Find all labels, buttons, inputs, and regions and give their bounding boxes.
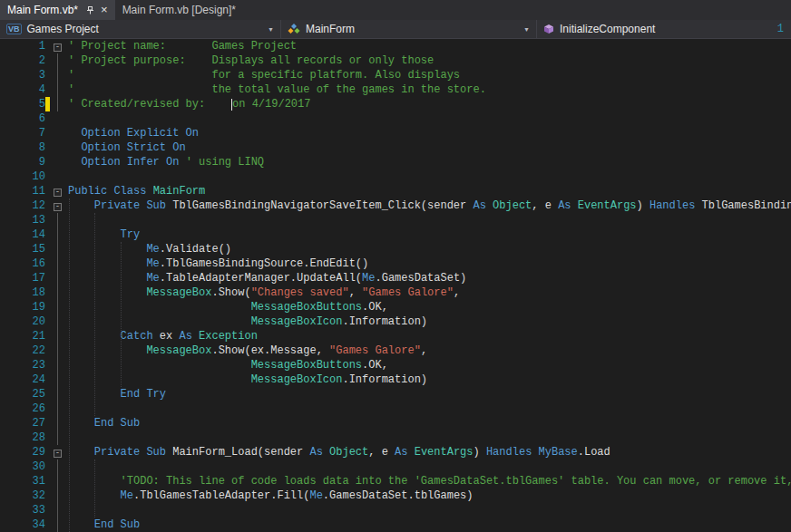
line-number[interactable]: 30 <box>0 459 45 474</box>
line-number[interactable]: 31 <box>0 474 45 488</box>
line-number[interactable]: 13 <box>0 213 45 227</box>
line-number[interactable]: 20 <box>0 314 45 329</box>
code-line[interactable]: 3' for a specific platform. Also display… <box>0 68 791 82</box>
outline-margin <box>50 488 68 503</box>
line-number[interactable]: 10 <box>0 169 45 184</box>
outline-margin <box>50 474 68 488</box>
line-number[interactable]: 4 <box>0 82 45 97</box>
code-line[interactable]: 21 Catch ex As Exception <box>0 329 791 343</box>
outline-margin <box>50 111 68 126</box>
code-line[interactable]: 30 <box>0 459 791 474</box>
code-line[interactable]: 33 <box>0 503 791 517</box>
line-number[interactable]: 24 <box>0 372 45 387</box>
class-dropdown[interactable]: MainForm ▼ <box>281 20 537 38</box>
line-number[interactable]: 21 <box>0 329 45 343</box>
method-dropdown[interactable]: InitializeComponent <box>537 20 791 38</box>
code-line[interactable]: 23 MessageBoxButtons.OK, <box>0 358 791 372</box>
line-number[interactable]: 25 <box>0 387 45 401</box>
line-number[interactable]: 22 <box>0 343 45 358</box>
chevron-down-icon: ▼ <box>516 26 530 33</box>
code-line[interactable]: 20 MessageBoxIcon.Information) <box>0 314 791 329</box>
code-text: Me.Validate() <box>68 242 791 256</box>
code-line[interactable]: 2' Project purpose: Displays all records… <box>0 53 791 68</box>
collapse-toggle-icon[interactable]: - <box>50 184 68 198</box>
code-line[interactable]: 12- Private Sub TblGamesBindingNavigator… <box>0 198 791 213</box>
code-line[interactable]: 22 MessageBox.Show(ex.Message, "Games Ga… <box>0 343 791 358</box>
close-icon[interactable]: × <box>101 5 108 15</box>
code-line[interactable]: 4' the total value of the games in the s… <box>0 82 791 97</box>
method-icon <box>543 24 554 34</box>
line-number[interactable]: 9 <box>0 155 45 169</box>
line-number[interactable]: 18 <box>0 285 45 300</box>
line-number[interactable]: 17 <box>0 271 45 285</box>
code-line[interactable]: 28 <box>0 430 791 445</box>
outline-margin <box>50 68 68 82</box>
line-number[interactable]: 19 <box>0 300 45 314</box>
tab-main-form-code[interactable]: Main Form.vb* × <box>0 0 115 20</box>
code-line[interactable]: 29- Private Sub MainForm_Load(sender As … <box>0 445 791 459</box>
code-line[interactable]: 7 Option Explicit On <box>0 126 791 140</box>
line-number[interactable]: 32 <box>0 488 45 503</box>
line-number[interactable]: 11 <box>0 184 45 198</box>
line-number[interactable]: 34 <box>0 517 45 532</box>
pin-icon[interactable] <box>85 5 95 15</box>
code-line[interactable]: 10 <box>0 169 791 184</box>
collapse-toggle-icon[interactable]: - <box>50 198 68 213</box>
code-line[interactable]: 18 MessageBox.Show("Changes saved", "Gam… <box>0 285 791 300</box>
tab-main-form-design[interactable]: Main Form.vb [Design]* <box>115 0 243 20</box>
line-number[interactable]: 5 <box>0 97 45 111</box>
line-number[interactable]: 15 <box>0 242 45 256</box>
code-line[interactable]: 34 End Sub <box>0 517 791 532</box>
line-number[interactable]: 14 <box>0 227 45 242</box>
code-text <box>68 459 791 474</box>
line-number[interactable]: 28 <box>0 430 45 445</box>
code-text <box>68 401 791 416</box>
line-number[interactable]: 12 <box>0 198 45 213</box>
code-line[interactable]: 25 End Try <box>0 387 791 401</box>
code-line[interactable]: 26 <box>0 401 791 416</box>
code-line[interactable]: 9 Option Infer On ' using LINQ <box>0 155 791 169</box>
line-number[interactable]: 26 <box>0 401 45 416</box>
code-text: ' Project name: Games Project <box>68 39 791 53</box>
code-text: MessageBox.Show("Changes saved", "Games … <box>68 285 791 300</box>
line-number[interactable]: 23 <box>0 358 45 372</box>
outline-margin <box>50 126 68 140</box>
line-number[interactable]: 8 <box>0 140 45 155</box>
code-line[interactable]: 5' Created/revised by: on 4/19/2017 <box>0 97 791 111</box>
line-number[interactable]: 33 <box>0 503 45 517</box>
line-number[interactable]: 27 <box>0 416 45 430</box>
code-line[interactable]: 14 Try <box>0 227 791 242</box>
project-dropdown[interactable]: VB Games Project ▼ <box>0 20 281 38</box>
code-line[interactable]: 32 Me.TblGamesTableAdapter.Fill(Me.Games… <box>0 488 791 503</box>
code-line[interactable]: 8 Option Strict On <box>0 140 791 155</box>
code-line[interactable]: 24 MessageBoxIcon.Information) <box>0 372 791 387</box>
outline-margin <box>50 416 68 430</box>
outline-margin <box>50 169 68 184</box>
code-line[interactable]: 13 <box>0 213 791 227</box>
code-line[interactable]: 19 MessageBoxButtons.OK, <box>0 300 791 314</box>
code-line[interactable]: 11-Public Class MainForm <box>0 184 791 198</box>
code-line[interactable]: 31 'TODO: This line of code loads data i… <box>0 474 791 488</box>
code-text: MessageBox.Show(ex.Message, "Games Galor… <box>68 343 791 358</box>
project-dropdown-value: Games Project <box>27 23 99 35</box>
outline-margin <box>50 300 68 314</box>
line-number[interactable]: 16 <box>0 256 45 271</box>
code-line[interactable]: 27 End Sub <box>0 416 791 430</box>
collapse-toggle-icon[interactable]: - <box>50 445 68 459</box>
line-number[interactable]: 7 <box>0 126 45 140</box>
code-text: Private Sub TblGamesBindingNavigatorSave… <box>68 198 791 213</box>
line-number[interactable]: 3 <box>0 68 45 82</box>
line-number[interactable]: 6 <box>0 111 45 126</box>
code-line[interactable]: 16 Me.TblGamesBindingSource.EndEdit() <box>0 256 791 271</box>
tab-label: Main Form.vb* <box>7 4 78 16</box>
code-text: Public Class MainForm <box>68 184 791 198</box>
code-line[interactable]: 15 Me.Validate() <box>0 242 791 256</box>
collapse-toggle-icon[interactable]: - <box>50 39 68 53</box>
line-number[interactable]: 29 <box>0 445 45 459</box>
code-editor[interactable]: 1-' Project name: Games Project2' Projec… <box>0 39 791 532</box>
code-line[interactable]: 17 Me.TableAdapterManager.UpdateAll(Me.G… <box>0 271 791 285</box>
code-line[interactable]: 6 <box>0 111 791 126</box>
line-number[interactable]: 1 <box>0 39 45 53</box>
line-number[interactable]: 2 <box>0 53 45 68</box>
code-line[interactable]: 1-' Project name: Games Project <box>0 39 791 53</box>
